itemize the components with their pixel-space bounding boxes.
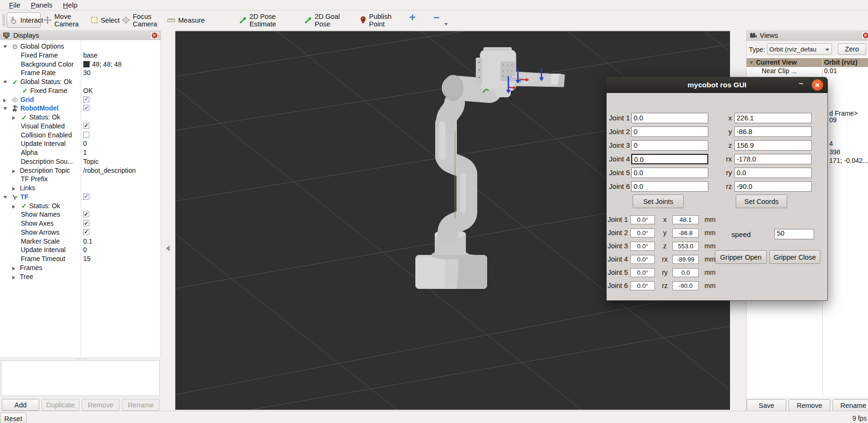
row-value[interactable]: OK: [83, 87, 93, 94]
displays-row-fixed-frame[interactable]: ✓Fixed FrameOK: [0, 86, 160, 95]
joint-3-input[interactable]: 0: [631, 140, 708, 151]
close-icon[interactable]: ✕: [812, 79, 823, 91]
displays-row-status-ok[interactable]: ✓Status: Ok: [0, 202, 160, 211]
displays-row-links[interactable]: Links: [0, 184, 160, 193]
set-joints-button[interactable]: Set Joints: [633, 195, 684, 208]
displays-row-tf-prefix[interactable]: TF Prefix: [0, 175, 160, 184]
zero-button[interactable]: Zero: [838, 43, 866, 55]
row-value[interactable]: 48; 48; 48: [83, 60, 121, 68]
color-swatch[interactable]: [83, 61, 90, 68]
chevron-down-icon[interactable]: [3, 45, 7, 48]
near-clip-value[interactable]: 0.01: [824, 67, 837, 75]
checkbox[interactable]: ✓: [83, 123, 89, 129]
displays-row-global-status-ok[interactable]: ✓Global Status: Ok: [0, 77, 160, 86]
rename-view-button[interactable]: Rename: [833, 399, 868, 411]
coord-ry-input[interactable]: 0.0: [734, 168, 812, 178]
gripper-open-button[interactable]: Gripper Open: [715, 250, 767, 264]
tool-2d-goal-pose[interactable]: 2D Goal Pose: [301, 12, 349, 28]
displays-row-tree[interactable]: Tree: [0, 272, 160, 281]
displays-row-marker-scale[interactable]: Marker Scale0.1: [0, 237, 160, 246]
set-coords-button[interactable]: Set Coords: [736, 195, 787, 208]
chevron-right-icon[interactable]: [12, 267, 15, 271]
tool-publish-point[interactable]: Publish Point: [357, 12, 403, 28]
displays-row-show-arrows[interactable]: Show Arrows✓: [0, 228, 160, 237]
views-panel-header[interactable]: Views ✕: [747, 30, 868, 41]
row-value[interactable]: 1: [83, 149, 87, 156]
row-value[interactable]: 0.1: [83, 237, 92, 245]
toolbar-drag-handle[interactable]: [2, 14, 5, 26]
row-value[interactable]: ✓: [83, 211, 89, 217]
speed-input[interactable]: 50: [774, 229, 814, 239]
checkbox[interactable]: ✓: [83, 211, 89, 217]
gripper-close-button[interactable]: Gripper Close: [769, 250, 820, 264]
displays-row-frame-rate[interactable]: Frame Rate30: [0, 68, 160, 77]
reset-button[interactable]: Reset: [0, 413, 26, 423]
displays-splitter[interactable]: [0, 357, 161, 360]
coord-rx-input[interactable]: -178.0: [734, 154, 812, 164]
checkbox[interactable]: ✓: [83, 229, 89, 235]
remove-tool-button[interactable]: −: [433, 11, 439, 24]
tool-move-camera[interactable]: Move Camera: [41, 12, 88, 28]
checkbox[interactable]: ✓: [83, 194, 89, 200]
row-value[interactable]: 15: [83, 255, 91, 262]
left-splitter-strip[interactable]: [161, 30, 175, 411]
row-value[interactable]: ✓: [83, 104, 89, 111]
checkbox[interactable]: ✓: [83, 96, 89, 102]
displays-row-update-interval[interactable]: Update Interval0: [0, 139, 160, 148]
add-display-button[interactable]: Add: [2, 399, 39, 411]
displays-row-grid[interactable]: Grid✓: [0, 95, 160, 104]
row-value[interactable]: ✓: [83, 228, 89, 235]
coord-x-input[interactable]: 226.1: [734, 113, 812, 123]
displays-panel-header[interactable]: Displays ✕: [0, 30, 161, 41]
checkbox[interactable]: ✓: [83, 105, 89, 111]
chevron-right-icon[interactable]: [12, 116, 15, 120]
views-type-dropdown[interactable]: Orbit (rviz_defau: [767, 43, 832, 55]
joint-6-input[interactable]: 0.0: [631, 181, 708, 192]
add-tool-button[interactable]: +: [409, 11, 415, 24]
row-value[interactable]: /robot_description: [83, 167, 136, 174]
menu-help[interactable]: Help: [58, 0, 83, 10]
displays-row-status-ok[interactable]: ✓Status: Ok: [0, 113, 160, 122]
displays-row-collision-enabled[interactable]: Collision Enabled: [0, 131, 160, 140]
displays-row-global-options[interactable]: ⚙Global Options: [0, 42, 160, 51]
coord-rz-input[interactable]: -90.0: [734, 181, 812, 192]
row-value[interactable]: ✓: [83, 122, 89, 129]
minimize-icon[interactable]: –: [799, 79, 803, 88]
displays-row-description-sou[interactable]: Description Sou...Topic: [0, 157, 160, 166]
row-value[interactable]: ✓: [83, 193, 89, 200]
views-close-button[interactable]: ✕: [861, 31, 868, 39]
joint-2-input[interactable]: 0: [631, 127, 708, 137]
displays-row-fixed-frame[interactable]: Fixed Framebase: [0, 51, 160, 60]
collapse-left-panel-icon[interactable]: [166, 245, 170, 251]
row-value[interactable]: 30: [83, 69, 91, 76]
chevron-down-icon[interactable]: [749, 61, 753, 64]
checkbox[interactable]: [83, 132, 89, 138]
displays-close-button[interactable]: ✕: [150, 31, 158, 39]
near-clip-row[interactable]: Near Clip ... 0.01: [747, 67, 868, 76]
row-value[interactable]: [83, 131, 89, 138]
chevron-right-icon[interactable]: [12, 187, 15, 191]
displays-row-alpha[interactable]: Alpha1: [0, 148, 160, 157]
tool-select[interactable]: Select: [88, 12, 119, 28]
row-value[interactable]: ✓: [83, 220, 89, 226]
displays-row-robotmodel[interactable]: RobotModel✓: [0, 104, 160, 113]
chevron-down-icon[interactable]: [3, 196, 7, 199]
dialog-titlebar[interactable]: mycobot ros GUI – ✕: [606, 77, 828, 93]
displays-row-background-color[interactable]: Background Color48; 48; 48: [0, 60, 160, 69]
save-view-button[interactable]: Save: [747, 399, 786, 411]
chevron-right-icon[interactable]: [12, 169, 15, 173]
displays-row-frames[interactable]: Frames: [0, 263, 160, 272]
tool-focus-camera[interactable]: Focus Camera: [119, 12, 167, 28]
joint-4-input[interactable]: 0.0: [631, 154, 708, 164]
row-value[interactable]: base: [83, 51, 97, 59]
joint-1-input[interactable]: 0.0: [631, 113, 708, 123]
toolbar-overflow-caret[interactable]: [444, 23, 448, 25]
views-tree-header[interactable]: Current View Orbit (rviz): [747, 58, 868, 67]
tool-2d-pose-estimate[interactable]: 2D Pose Estimate: [236, 12, 295, 28]
displays-row-visual-enabled[interactable]: Visual Enabled✓: [0, 122, 160, 131]
menu-file[interactable]: File: [4, 0, 26, 10]
chevron-right-icon[interactable]: [12, 205, 15, 209]
chevron-right-icon[interactable]: [3, 99, 6, 102]
row-value[interactable]: 0: [83, 246, 87, 254]
chevron-down-icon[interactable]: [3, 107, 7, 110]
